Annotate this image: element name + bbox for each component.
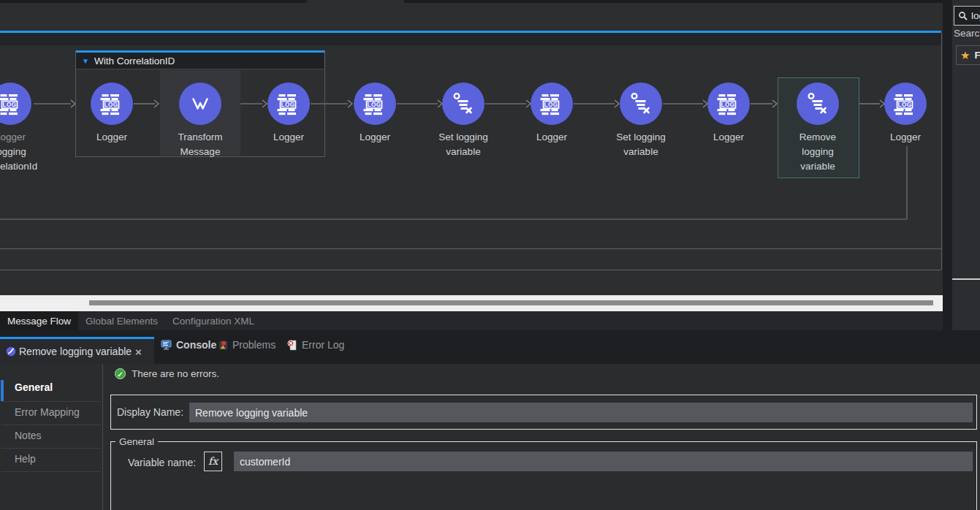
- tab-console[interactable]: Console: [161, 339, 216, 351]
- fx-expression-button[interactable]: fx: [204, 452, 222, 471]
- node-label: Logger: [692, 130, 765, 145]
- tab-error-log[interactable]: Error Log: [287, 339, 344, 351]
- variable-icon: [803, 89, 832, 118]
- sidebar-item-error-mapping[interactable]: Error Mapping: [15, 406, 80, 418]
- editor-palette-divider: [943, 0, 952, 332]
- node-label: Set logging variable: [610, 130, 672, 159]
- node-logger[interactable]: [91, 83, 133, 125]
- node-label: Transform Message: [167, 130, 233, 159]
- display-name-input[interactable]: [189, 403, 973, 422]
- node-label: Logger: [75, 130, 148, 145]
- flow-container-header: [0, 33, 941, 45]
- tab-message-flow[interactable]: Message Flow: [0, 311, 78, 330]
- logger-icon: [97, 89, 126, 118]
- collapse-caret-icon[interactable]: ▼: [82, 57, 89, 65]
- variable-icon: [449, 89, 478, 118]
- logger-icon: [360, 89, 390, 118]
- flow-section-separator: [0, 248, 941, 249]
- logger-icon: [274, 89, 303, 118]
- flow-container-bottom-border: [0, 270, 941, 270]
- view-tab-bar: Remove logging variable × Console: [0, 330, 980, 364]
- logger-icon: [537, 89, 566, 118]
- problems-icon: [218, 340, 229, 351]
- tab-configuration-xml[interactable]: Configuration XML: [165, 311, 262, 330]
- node-transform-message[interactable]: [179, 83, 221, 125]
- node-label: Logger: [515, 130, 588, 145]
- node-label: Remove logging variable: [789, 130, 847, 174]
- star-icon: ★: [960, 49, 970, 62]
- node-logger-truncated[interactable]: [0, 83, 31, 125]
- variable-tab-icon: [6, 346, 16, 357]
- sidebar-active-indicator: [1, 380, 4, 401]
- favorites-label: Favorites: [974, 50, 980, 61]
- horizontal-scrollbar-thumb[interactable]: [89, 300, 933, 305]
- variable-icon: [626, 89, 656, 118]
- error-log-icon: [287, 340, 298, 351]
- variable-name-label: Variable name:: [128, 457, 196, 468]
- logger-icon: [714, 89, 743, 118]
- scope-title: With CorrelationID: [94, 56, 175, 66]
- top-clipped-tab: [307, 0, 404, 3]
- node-logger[interactable]: [267, 83, 310, 125]
- tab-global-elements[interactable]: Global Elements: [78, 311, 165, 330]
- sidebar-divider: [102, 364, 103, 510]
- node-logger[interactable]: [354, 83, 396, 125]
- palette-search-label: Search: [954, 28, 980, 39]
- node-label: Logger: [869, 130, 942, 145]
- node-logger[interactable]: [884, 83, 927, 125]
- flow-editor-tab-bar: Message Flow Global Elements Configurati…: [0, 311, 943, 330]
- node-set-logging-variable[interactable]: [620, 83, 662, 125]
- search-icon: [958, 11, 968, 21]
- properties-panel: General Error Mapping Notes Help ✓ There…: [0, 364, 980, 510]
- node-set-logging-variable[interactable]: [442, 83, 485, 125]
- scope-title-bar[interactable]: ▼ With CorrelationID: [76, 53, 324, 69]
- palette-favorites-item[interactable]: ★ Favorites: [956, 45, 980, 65]
- tab-remove-logging-variable[interactable]: Remove logging variable ×: [0, 337, 154, 364]
- sidebar-item-general[interactable]: General: [15, 381, 53, 393]
- variable-name-input[interactable]: [234, 452, 973, 471]
- flow-container-right-border: [941, 33, 942, 270]
- console-icon: [161, 340, 172, 351]
- no-errors-check-icon: ✓: [115, 368, 126, 379]
- general-fieldset-legend: General: [115, 436, 158, 447]
- node-label: Set logging variable: [433, 130, 494, 159]
- sidebar-item-help[interactable]: Help: [15, 453, 36, 465]
- transform-message-icon: [186, 89, 215, 118]
- tab-problems[interactable]: Problems: [218, 339, 276, 351]
- node-logger[interactable]: [531, 83, 573, 125]
- node-remove-logging-variable[interactable]: [797, 83, 839, 125]
- display-name-label: Display Name:: [117, 406, 183, 418]
- palette-search-value[interactable]: log: [971, 10, 980, 21]
- node-logger[interactable]: [707, 83, 750, 125]
- palette-separator: [952, 278, 980, 280]
- no-errors-text: There are no errors.: [132, 368, 219, 379]
- logger-icon: [0, 89, 25, 118]
- palette-search-box[interactable]: log: [954, 6, 980, 26]
- node-label: Logger: [252, 130, 325, 145]
- logger-icon: [891, 89, 920, 118]
- node-label: Logger logging correlationId: [0, 130, 64, 174]
- close-tab-icon[interactable]: ×: [135, 346, 142, 358]
- sidebar-item-notes[interactable]: Notes: [15, 430, 42, 441]
- top-clipped-bar: [0, 0, 943, 3]
- node-label: Logger: [338, 130, 411, 145]
- anypoint-studio-window: LOG: [0, 0, 980, 510]
- mule-palette: log Search ★ Favorites: [952, 0, 980, 332]
